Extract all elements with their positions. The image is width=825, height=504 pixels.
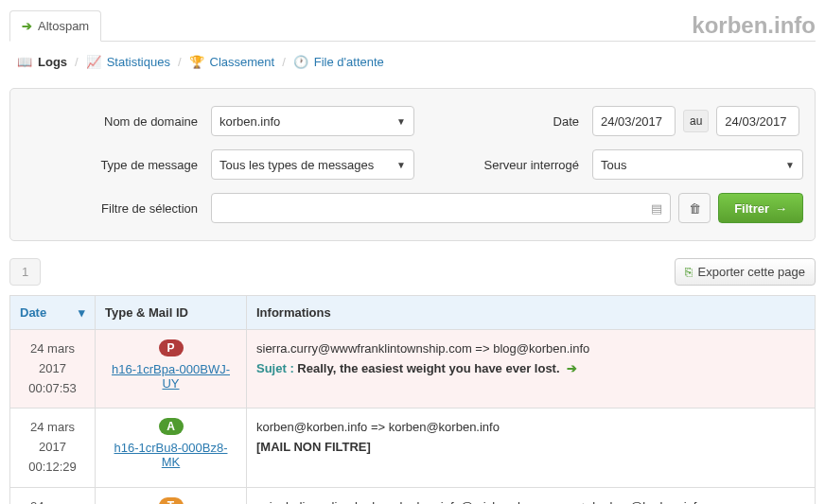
table-row: 24 mars 201700:14:24Th16-1crBvs-000C7i-5…	[10, 487, 816, 504]
mail-route: korben@korben.info => korben@korben.info	[256, 418, 805, 438]
chevron-down-icon: ▼	[785, 160, 795, 170]
type-badge: A	[159, 418, 184, 435]
export-icon: ⎘	[685, 265, 693, 279]
type-badge: P	[159, 339, 184, 356]
mail-id-link[interactable]: h16-1crBpa-000BWJ-UY	[105, 362, 237, 391]
filter-panel: Nom de domaine korben.info ▼ Date 24/03/…	[9, 88, 816, 241]
domain-value: korben.info	[219, 114, 280, 129]
filter-button-label: Filtrer	[734, 201, 769, 216]
mail-route: asianladiesonline-korben=korben.info@mic…	[256, 497, 805, 504]
cell-date: 24 mars 201700:14:24	[10, 487, 96, 504]
type-value: Tous les types de messages	[219, 158, 374, 172]
trash-icon: 🗑	[689, 201, 701, 216]
type-select[interactable]: Tous les types de messages ▼	[211, 149, 414, 180]
type-label: Type de message	[22, 158, 211, 172]
logs-table: Date ▾ Type & Mail ID Informations 24 ma…	[9, 295, 816, 504]
cell-type: Ph16-1crBpa-000BWJ-UY	[96, 330, 247, 408]
table-row: 24 mars 201700:07:53Ph16-1crBpa-000BWJ-U…	[10, 330, 816, 408]
filter-button[interactable]: Filtrer →	[718, 193, 803, 223]
podium-icon: 🏆	[189, 55, 202, 69]
clock-icon: 🕐	[293, 55, 307, 69]
col-info-header[interactable]: Informations	[247, 296, 816, 330]
subject-label: Sujet :	[256, 361, 297, 375]
domain-label: Nom de domaine	[22, 114, 211, 129]
cell-type: Th16-1crBvs-000C7i-5e	[96, 487, 247, 504]
cell-info: asianladiesonline-korben=korben.info@mic…	[247, 487, 816, 504]
app-tab[interactable]: ➔ Altospam	[9, 10, 101, 42]
col-date-header[interactable]: Date ▾	[10, 296, 96, 330]
mail-route: sierra.curry@wwwfranklintownship.com => …	[256, 339, 805, 359]
date-to-input[interactable]: 24/03/2017	[716, 106, 799, 136]
subject-text: Really, the easiest weight you have ever…	[297, 361, 559, 375]
filter-input[interactable]: ▤	[211, 193, 671, 223]
mail-id-link[interactable]: h16-1crBu8-000Bz8-MK	[105, 441, 237, 469]
nav-stats[interactable]: Statistiques	[107, 55, 170, 69]
cell-type: Ah16-1crBu8-000Bz8-MK	[96, 408, 247, 487]
server-label: Serveur interrogé	[422, 158, 592, 172]
cell-date: 24 mars 201700:12:29	[10, 408, 96, 487]
server-select[interactable]: Tous ▼	[592, 149, 803, 180]
page-number[interactable]: 1	[9, 258, 41, 286]
date-separator: au	[683, 110, 709, 132]
date-from-input[interactable]: 24/03/2017	[592, 106, 676, 136]
cell-info: sierra.curry@wwwfranklintownship.com => …	[247, 330, 816, 408]
chevron-down-icon: ▼	[396, 116, 406, 127]
chevron-down-icon: ▼	[396, 160, 406, 170]
export-button[interactable]: ⎘ Exporter cette page	[675, 258, 816, 286]
app-tab-label: Altospam	[38, 19, 89, 33]
filter-label: Filtre de sélection	[22, 201, 211, 216]
export-label: Exporter cette page	[698, 265, 805, 279]
book-icon: 📖	[17, 55, 30, 69]
chevron-down-icon: ▾	[79, 305, 85, 320]
cell-info: korben@korben.info => korben@korben.info…	[247, 408, 816, 487]
arrow-right-icon: →	[775, 201, 787, 216]
arrow-right-icon: ➔	[22, 19, 32, 33]
col-type-header[interactable]: Type & Mail ID	[96, 296, 247, 330]
table-row: 24 mars 201700:12:29Ah16-1crBu8-000Bz8-M…	[10, 408, 816, 487]
nav-file[interactable]: File d'attente	[314, 55, 384, 69]
arrow-right-icon[interactable]: ➔	[567, 361, 577, 375]
clear-filter-button[interactable]: 🗑	[678, 193, 711, 223]
date-label: Date	[422, 114, 592, 129]
nav-bar: 📖 Logs / 📈 Statistiques / 🏆 Classement /…	[9, 42, 816, 82]
nav-classement[interactable]: Classement	[210, 55, 275, 69]
type-badge: T	[159, 497, 184, 504]
cell-date: 24 mars 201700:07:53	[10, 330, 96, 408]
nav-logs[interactable]: Logs	[38, 55, 67, 69]
server-value: Tous	[601, 158, 626, 172]
domain-select[interactable]: korben.info ▼	[211, 106, 414, 136]
paste-icon: ▤	[651, 201, 662, 216]
chart-icon: 📈	[86, 55, 99, 69]
brand-logo: korben.info	[692, 12, 816, 39]
subject-text: [MAIL NON FILTRE]	[256, 440, 371, 454]
